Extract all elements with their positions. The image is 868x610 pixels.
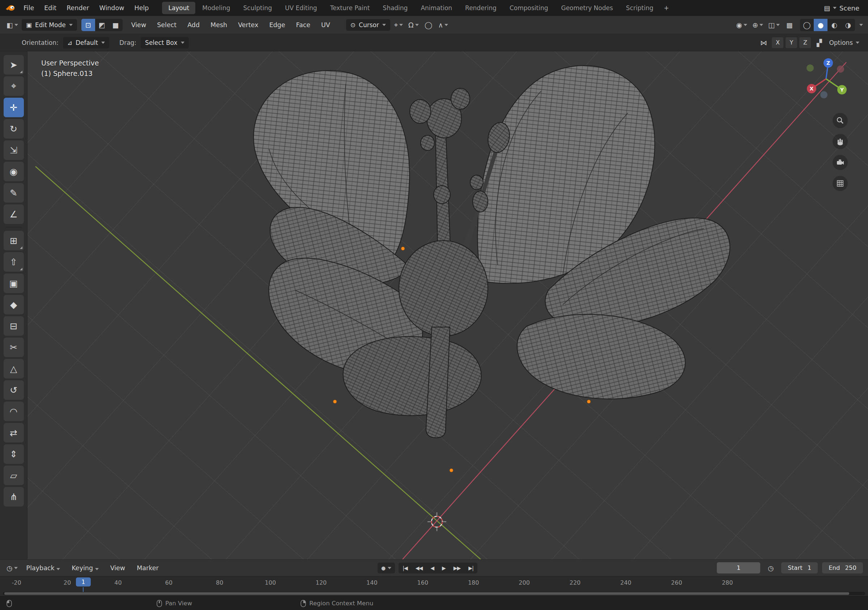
menu-uv[interactable]: UV [317,19,335,31]
menu-render[interactable]: Render [62,3,94,13]
bud-knob[interactable] [470,175,483,189]
workspace-tab-compositing[interactable]: Compositing [504,2,555,14]
menu-playback[interactable]: Playback [22,562,65,574]
transform-orientation-button[interactable]: ⌖ [392,19,405,31]
workspace-tab-layout[interactable]: Layout [162,2,195,14]
tool-spin[interactable]: ↺ [4,380,24,400]
play-reverse-button[interactable]: ◀ [426,563,438,573]
shading-rendered-button[interactable]: ◑ [841,19,855,31]
zoom-button[interactable] [832,113,848,128]
workspace-tab-animation[interactable]: Animation [414,2,458,14]
tool-inset-faces[interactable]: ▣ [4,273,24,293]
workspace-tab-modeling[interactable]: Modeling [196,2,236,14]
menu-edit[interactable]: Edit [39,3,61,13]
axis-neg-y-ball[interactable] [806,64,814,71]
workspace-tab-geometry-nodes[interactable]: Geometry Nodes [555,2,619,14]
tool-poly-build[interactable]: △ [4,359,24,379]
play-button[interactable]: ▶ [438,563,450,573]
timeline-scrollbar-thumb[interactable] [4,592,849,595]
shading-wireframe-button[interactable]: ◯ [800,19,814,31]
tool-move[interactable]: ✛ [4,98,24,117]
tool-select-box[interactable]: ➤ [4,55,24,75]
axis-y-ball[interactable]: Y [837,85,847,95]
vertex-select-button[interactable]: ⊡ [81,19,95,31]
axis-z-ball[interactable]: Z [823,58,833,68]
tool-shrink-fatten[interactable]: ⇕ [4,444,24,464]
proportional-editing-button[interactable]: ◯ [422,19,435,31]
shading-material-button[interactable]: ◐ [828,19,841,31]
proportional-falloff-button[interactable]: ∧ [437,19,450,31]
menu-keying[interactable]: Keying [67,562,103,574]
menu-mesh[interactable]: Mesh [206,19,231,31]
face-select-button[interactable]: ■ [109,19,122,31]
tool-loop-cut[interactable]: ⊟ [4,316,24,336]
object-visibility-button[interactable]: ◉ [735,19,749,31]
scene-selector[interactable]: ▤ Scene [820,3,863,13]
current-frame-field[interactable]: 1 [717,562,760,573]
viewport-canvas[interactable] [28,51,868,559]
edge-select-button[interactable]: ◩ [95,19,109,31]
flower-wireframe-model[interactable] [254,65,730,438]
camera-view-button[interactable] [832,155,848,170]
start-frame-field[interactable]: Start 1 [781,562,818,573]
jump-to-start-button[interactable]: |◀ [398,563,411,573]
options-dropdown[interactable]: Options [828,37,861,49]
tool-edge-slide[interactable]: ⇄ [4,423,24,442]
editor-type-selector[interactable]: ◧ [5,19,20,31]
tool-add-cube[interactable]: ⊞ [4,231,24,250]
menu-vertex[interactable]: Vertex [234,19,263,31]
menu-add[interactable]: Add [183,19,204,31]
menu-file[interactable]: File [19,3,39,13]
timeline-editor-selector[interactable]: ◷ [5,562,19,574]
workspace-tab-texture-paint[interactable]: Texture Paint [324,2,376,14]
tool-extrude-region[interactable]: ⇧ [4,252,24,272]
preview-range-button[interactable]: ◷ [764,562,777,574]
menu-view-timeline[interactable]: View [106,562,130,574]
anther[interactable] [421,135,434,151]
mirror-x-button[interactable]: X [772,37,783,48]
timeline-scrollbar[interactable] [3,592,865,595]
petal-bottom-center[interactable] [343,337,481,416]
auto-keying-button[interactable]: ● [378,563,395,573]
show-overlays-button[interactable]: ◫ [767,19,781,31]
pistil-ovary[interactable] [399,241,488,336]
chevron-down-icon[interactable] [859,24,863,26]
tool-rotate[interactable]: ↻ [4,119,24,138]
tool-measure[interactable]: ∠ [4,205,24,224]
workspace-tab-uv-editing[interactable]: UV Editing [279,2,323,14]
shading-solid-button[interactable]: ● [814,19,828,31]
viewport-3d[interactable]: User Perspective (1) Sphere.013 Z X [28,51,868,559]
tool-scale[interactable]: ⇲ [4,140,24,160]
tool-bevel[interactable]: ◆ [4,295,24,314]
tool-transform[interactable]: ◉ [4,162,24,181]
anther[interactable] [473,191,488,212]
workspace-tab-sculpting[interactable]: Sculpting [237,2,278,14]
next-keyframe-button[interactable]: ▶▶ [450,563,465,573]
menu-edge[interactable]: Edge [265,19,289,31]
show-gizmos-button[interactable]: ⊕ [751,19,764,31]
pivot-point-selector[interactable]: ⊙ Cursor [346,19,390,31]
timeline-ruler[interactable]: -20 20 40 60 80 100 120 140 160 180 200 … [0,576,868,596]
pan-button[interactable] [832,134,848,149]
anther[interactable] [410,99,431,123]
add-workspace-button[interactable]: + [660,2,672,14]
drag-mode-selector[interactable]: Select Box [141,37,188,48]
workspace-tab-rendering[interactable]: Rendering [459,2,503,14]
tool-annotate[interactable]: ✎ [4,183,24,203]
axis-x-ball[interactable]: X [807,84,816,93]
axis-neg-x-ball[interactable] [837,65,844,73]
playhead[interactable]: 1 [76,577,90,587]
tool-rip-region[interactable]: ⋔ [4,487,24,506]
tool-smooth[interactable]: ◠ [4,402,24,421]
end-frame-field[interactable]: End 250 [822,562,863,573]
menu-marker[interactable]: Marker [132,562,163,574]
menu-view[interactable]: View [127,19,151,31]
workspace-tab-scripting[interactable]: Scripting [620,2,660,14]
tool-cursor[interactable]: ⌖ [4,76,24,96]
navigation-gizmo[interactable]: Z X Y [802,55,850,103]
snap-increment-button[interactable]: ▞ [813,37,825,49]
orientation-selector[interactable]: ⊿ Default [63,37,109,48]
menu-window[interactable]: Window [95,3,129,13]
anther[interactable] [451,88,470,109]
menu-select[interactable]: Select [153,19,181,31]
